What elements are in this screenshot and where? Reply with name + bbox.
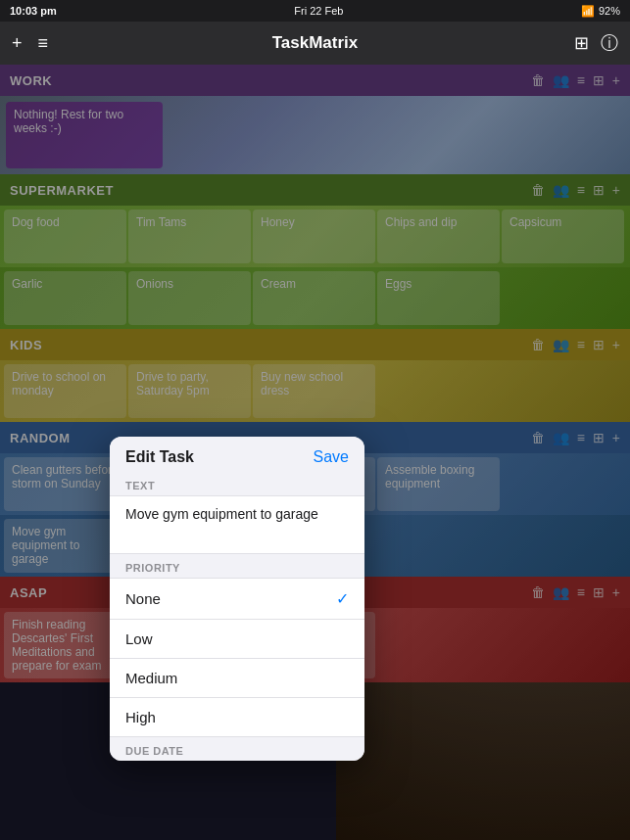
priority-none-label: None xyxy=(125,590,161,607)
priority-low-label: Low xyxy=(125,630,153,647)
modal-header: Edit Task Save xyxy=(110,437,364,474)
priority-none-check: ✓ xyxy=(336,589,349,608)
add-task-button[interactable]: + xyxy=(12,33,23,54)
status-bar: 10:03 pm Fri 22 Feb 📶 92% xyxy=(0,0,630,22)
nav-bar-right-actions: ⊞ ⓘ xyxy=(574,31,618,55)
wifi-icon: 📶 xyxy=(581,5,595,18)
modal-due-date-label: DUE DATE xyxy=(110,737,364,761)
modal-title: Edit Task xyxy=(125,448,194,466)
modal-text-label: TEXT xyxy=(110,474,364,495)
battery-indicator: 92% xyxy=(599,5,620,17)
status-indicators: 📶 92% xyxy=(581,5,620,18)
info-button[interactable]: ⓘ xyxy=(601,31,618,55)
modal-save-button[interactable]: Save xyxy=(314,448,349,466)
status-date: Fri 22 Feb xyxy=(294,5,343,17)
priority-high-label: High xyxy=(125,709,156,725)
priority-none[interactable]: None ✓ xyxy=(110,579,364,620)
edit-task-modal: Edit Task Save TEXT Move gym equipment t… xyxy=(110,437,364,761)
sort-button[interactable]: ≡ xyxy=(38,33,49,54)
app-title: TaskMatrix xyxy=(272,33,359,53)
priority-options-group: None ✓ Low Medium High xyxy=(110,578,364,737)
nav-bar: + ≡ TaskMatrix ⊞ ⓘ xyxy=(0,22,630,65)
priority-medium[interactable]: Medium xyxy=(110,659,364,698)
priority-high[interactable]: High xyxy=(110,698,364,736)
nav-bar-left-actions: + ≡ xyxy=(12,33,48,54)
filter-button[interactable]: ⊞ xyxy=(574,32,589,54)
modal-text-value[interactable]: Move gym equipment to garage xyxy=(110,495,364,554)
modal-priority-label: PRIORITY xyxy=(110,554,364,578)
status-time: 10:03 pm xyxy=(10,5,57,17)
main-content: 12 3 6 9 WORK xyxy=(0,65,630,840)
priority-low[interactable]: Low xyxy=(110,620,364,659)
priority-medium-label: Medium xyxy=(125,670,177,686)
